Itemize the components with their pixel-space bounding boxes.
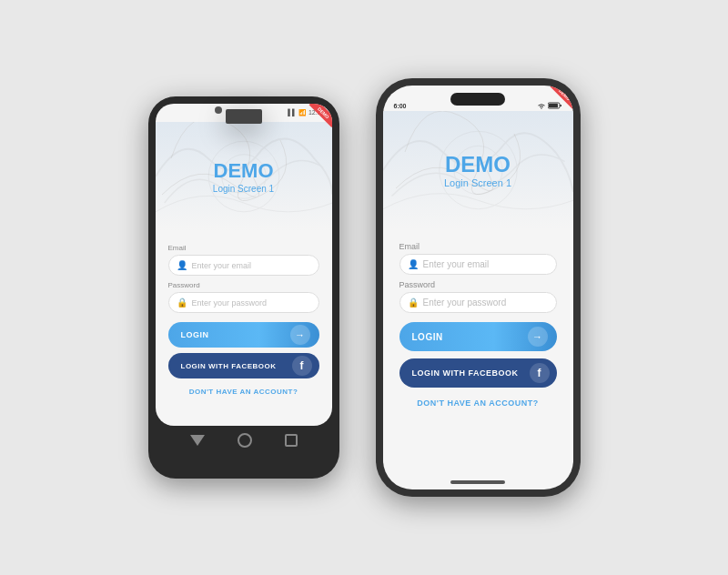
ios-arrow-icon: → [528, 327, 548, 347]
android-signup-link[interactable]: DON'T HAVE AN ACCOUNT? [168, 388, 319, 396]
ios-email-label: Email [399, 242, 557, 251]
ios-demo-subtitle: Login Screen 1 [444, 177, 511, 188]
ios-facebook-icon: f [530, 363, 550, 383]
android-speaker [226, 109, 262, 124]
android-demo-badge [305, 104, 332, 131]
ios-demo-title: DEMO [445, 152, 511, 178]
ios-facebook-text: LOGIN WITH FACEBOOK [412, 368, 519, 378]
ios-user-icon: 👤 [408, 259, 419, 269]
android-facebook-button[interactable]: LOGIN WITH FACEBOOK f [168, 353, 319, 378]
android-demo-subtitle: Login Screen 1 [213, 184, 274, 194]
ios-demo-banner: DEMO Login Screen 1 [383, 111, 573, 229]
android-email-placeholder: Enter your email [192, 261, 252, 270]
ios-time: 6:00 [394, 103, 407, 109]
ios-facebook-button[interactable]: LOGIN WITH FACEBOOK f [399, 358, 557, 388]
android-password-input[interactable]: 🔒 Enter your password [168, 292, 319, 313]
ios-demo-badge [546, 86, 573, 113]
phones-container: ▌▌ 📶 12:34 DEMO Login Screen 1 Email [0, 60, 728, 515]
android-login-text: LOGIN [181, 330, 209, 339]
ios-login-button[interactable]: LOGIN → [399, 322, 557, 351]
android-facebook-icon: f [292, 356, 312, 376]
android-user-icon: 👤 [177, 260, 187, 270]
ios-wifi-icon [537, 103, 546, 109]
ios-form: Email 👤 Enter your email Password 🔒 Ente… [383, 229, 573, 415]
ios-dynamic-island [450, 93, 505, 106]
android-password-label: Password [168, 281, 319, 289]
android-facebook-text: LOGIN WITH FACEBOOK [181, 362, 277, 370]
ios-phone: 6:00 DEMO Login Screen 1 [376, 78, 581, 497]
android-lock-icon: 🔒 [177, 298, 187, 308]
ios-password-placeholder: Enter your password [423, 298, 507, 308]
android-login-button[interactable]: LOGIN → [168, 322, 319, 348]
ios-lock-icon: 🔒 [408, 298, 419, 308]
android-form: Email 👤 Enter your email Password 🔒 Ente… [156, 231, 332, 403]
android-phone: ▌▌ 📶 12:34 DEMO Login Screen 1 Email [148, 96, 339, 479]
ios-login-text: LOGIN [412, 332, 443, 342]
ios-signup-link[interactable]: DON'T HAVE AN ACCOUNT? [399, 398, 557, 408]
android-email-label: Email [168, 244, 319, 252]
android-demo-title: DEMO [214, 159, 274, 183]
android-demo-banner: DEMO Login Screen 1 [156, 122, 332, 231]
android-back-button[interactable] [190, 435, 205, 446]
android-screen: ▌▌ 📶 12:34 DEMO Login Screen 1 Email [156, 104, 332, 426]
android-recents-button[interactable] [285, 434, 298, 447]
android-email-input[interactable]: 👤 Enter your email [168, 255, 319, 276]
android-camera [215, 106, 222, 114]
ios-home-indicator [450, 480, 505, 484]
ios-password-input[interactable]: 🔒 Enter your password [399, 292, 557, 313]
android-bottom-bar [156, 426, 332, 455]
ios-email-placeholder: Enter your email [423, 259, 490, 269]
android-password-placeholder: Enter your password [192, 298, 268, 308]
ios-password-label: Password [399, 280, 557, 289]
ios-screen: 6:00 DEMO Login Screen 1 [383, 86, 573, 489]
android-home-button[interactable] [238, 433, 252, 448]
android-arrow-icon: → [290, 325, 310, 345]
ios-email-input[interactable]: 👤 Enter your email [399, 254, 557, 275]
